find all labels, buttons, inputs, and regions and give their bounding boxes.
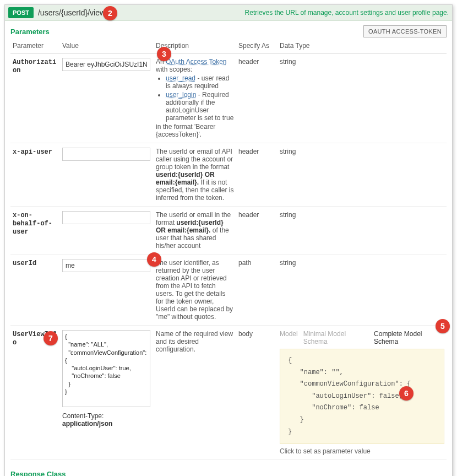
param-name-xapiuser: x-api-user	[13, 148, 52, 156]
oauth-token-button[interactable]: OAUTH ACCESS-TOKEN	[363, 25, 447, 37]
endpoint-header[interactable]: POST /users/{userId}/views Retrieves the…	[5, 5, 452, 21]
content-type-label: Content-Type:	[62, 412, 104, 420]
body-specify: body	[236, 326, 278, 460]
xapiuser-desc-pre: The userId or email of API caller using …	[156, 148, 233, 171]
endpoint-path: /users/{userId}/views	[38, 8, 109, 17]
body-json-input[interactable]	[62, 330, 150, 407]
auth-format-hint: in the format 'Bearer {accessToken}'.	[156, 123, 215, 138]
body-desc: Name of the required view and its desire…	[154, 326, 236, 460]
scope-user-read-link[interactable]: user_read	[166, 74, 195, 82]
param-name-authorization: Authorization	[13, 58, 56, 74]
callout-3: 3	[157, 47, 171, 61]
callout-6: 6	[399, 386, 414, 401]
col-parameter: Parameter	[10, 40, 60, 53]
callout-2: 2	[103, 6, 117, 20]
userid-desc: The user identifier, as returned by the …	[154, 255, 236, 326]
x-api-user-input[interactable]	[62, 148, 150, 161]
col-value: Value	[60, 40, 154, 53]
userid-specify: path	[236, 255, 278, 326]
xapiuser-type: string	[278, 143, 447, 207]
auth-desc-tail: with scopes:	[156, 66, 192, 73]
oauth-token-link[interactable]: OAuth Access Token	[166, 58, 227, 66]
param-name-xonbehalf: x-on-behalf-of-user	[13, 212, 52, 236]
callout-4: 4	[147, 252, 161, 267]
userid-type: string	[278, 255, 447, 326]
xapiuser-specify: header	[236, 143, 278, 207]
tab-model[interactable]: Model	[280, 330, 298, 345]
x-on-behalf-input[interactable]	[62, 211, 150, 224]
param-name-userid: userId	[13, 259, 36, 267]
auth-type: string	[278, 53, 447, 143]
xonbehalf-specify: header	[236, 207, 278, 255]
content-type-value: application/json	[62, 420, 112, 428]
col-specify-as: Specify As	[236, 40, 278, 53]
table-row: x-on-behalf-of-user The userId or email …	[10, 207, 447, 255]
endpoint-summary: Retrieves the URL of manage, account set…	[245, 9, 449, 17]
http-method-badge: POST	[8, 7, 34, 18]
table-row: userId 4 The user identifier, as returne…	[10, 255, 447, 326]
userid-input[interactable]	[62, 259, 150, 272]
response-class-heading: Response Class	[10, 470, 447, 476]
callout-5: 5	[436, 319, 450, 333]
schema-click-hint[interactable]: Click to set as parameter value	[280, 447, 444, 455]
table-row: UserViewInfo 7 Content-Type: application…	[10, 326, 447, 460]
parameters-table: Parameter Value Description Specify As D…	[10, 40, 447, 460]
parameters-heading: Parameters	[10, 28, 50, 36]
tab-minimal-schema[interactable]: Minimal Model Schema	[303, 330, 368, 345]
col-data-type: Data Type	[278, 40, 447, 53]
xonbehalf-type: string	[278, 207, 447, 255]
authorization-input[interactable]	[62, 58, 150, 71]
schema-example-box[interactable]: { "name": "", "commonViewConfiguration":…	[280, 349, 444, 444]
callout-7: 7	[43, 331, 58, 345]
scope-user-login-link[interactable]: user_login	[166, 91, 196, 99]
table-row: x-api-user The userId or email of API ca…	[10, 143, 447, 207]
tab-complete-schema[interactable]: Complete Model Schema	[374, 330, 444, 345]
auth-specify: header	[236, 53, 278, 143]
table-row: Authorization 3 An OAuth Access Token wi…	[10, 53, 447, 143]
